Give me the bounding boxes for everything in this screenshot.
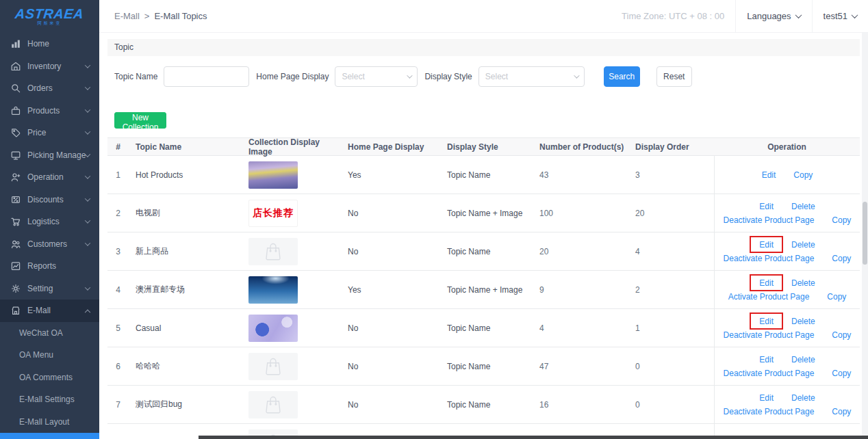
edit-link[interactable]: Edit: [762, 170, 776, 180]
delete-link[interactable]: Delete: [791, 355, 815, 364]
sidebar-subitem-e-mall-settings[interactable]: E-Mall Settings: [0, 388, 99, 411]
home-page-display-cell: Yes: [341, 156, 440, 194]
sidebar-subitem-active-partial[interactable]: [0, 433, 99, 439]
sidebar-item-discounts[interactable]: Discounts: [0, 189, 99, 211]
display-style-cell: Topic Name + Image: [440, 271, 533, 308]
edit-link[interactable]: Edit: [759, 278, 774, 288]
sidebar-item-operation[interactable]: Operation: [0, 166, 99, 189]
num-products-cell: 20: [533, 232, 628, 270]
copy-link[interactable]: Copy: [832, 369, 851, 378]
chevron-down-icon: [85, 240, 90, 245]
topic-name-input[interactable]: [164, 66, 249, 87]
user-menu[interactable]: test51: [812, 0, 868, 33]
copy-link[interactable]: Copy: [827, 292, 846, 302]
sidebar-item-inventory[interactable]: Inventory: [0, 55, 99, 78]
sidebar-item-logistics[interactable]: Logistics: [0, 211, 99, 233]
copy-link[interactable]: Copy: [832, 215, 851, 225]
home-page-display-cell: No: [341, 386, 440, 423]
topic-name-cell: 新上商品: [129, 232, 247, 270]
delete-link[interactable]: Delete: [791, 240, 815, 250]
deactivate-product-page-link[interactable]: Deactivate Product Page: [724, 215, 815, 225]
copy-link[interactable]: Copy: [832, 330, 851, 340]
table-row: 2电视剧店长推荐NoTopic Name + Image10020EditDel…: [107, 194, 860, 232]
warehouse-icon: [11, 62, 21, 71]
chevron-down-icon: [795, 12, 802, 18]
user-plus-icon: [11, 172, 21, 182]
delete-link[interactable]: Delete: [791, 393, 815, 403]
sidebar-item-customers[interactable]: Customers: [0, 233, 99, 256]
sidebar-item-reports[interactable]: Reports: [0, 255, 99, 278]
table-row: 3新上商品NoTopic Name204EditDeleteDeactivate…: [107, 232, 860, 271]
edit-link[interactable]: Edit: [759, 202, 774, 211]
sidebar-subitem-oa-menu[interactable]: OA Menu: [0, 344, 99, 367]
logo-text: ASTRAEA: [14, 7, 84, 21]
display-style-cell: Topic Name: [440, 309, 533, 347]
collection-image: 店长推荐: [248, 200, 298, 227]
num-products-cell: 43: [533, 156, 628, 194]
edit-link[interactable]: Edit: [759, 317, 774, 326]
vertical-scrollbar-thumb[interactable]: [863, 202, 867, 265]
breadcrumb-root[interactable]: E-Mall: [114, 11, 140, 21]
display-style-cell: Topic Name + Image: [440, 194, 533, 232]
languages-dropdown[interactable]: Languages: [735, 0, 811, 33]
chevron-down-icon: [85, 129, 90, 135]
sidebar-item-e-mall[interactable]: E-Mall: [0, 300, 99, 322]
home-page-display-cell: No: [341, 309, 440, 347]
breadcrumb-separator: >: [144, 11, 150, 21]
deactivate-product-page-link[interactable]: Deactivate Product Page: [724, 407, 815, 416]
row-index: 4: [107, 271, 129, 308]
display-order-cell: 2: [628, 271, 714, 308]
column-header-collection-display-image: Collection Display Image: [247, 138, 341, 155]
store-icon: [11, 306, 21, 315]
sidebar-subitem-e-mall-layout[interactable]: E-Mall Layout: [0, 411, 99, 434]
report-chart-icon: [11, 261, 21, 271]
topic-name-cell: Hot Products: [129, 156, 247, 194]
sidebar-nav: HomeInventoryOrdersProductsPricePicking …: [0, 33, 99, 433]
collection-image-cell: [247, 386, 341, 423]
sidebar-subitem-wechat-oa[interactable]: WeChat OA: [0, 322, 99, 345]
sidebar-item-price[interactable]: Price: [0, 122, 99, 144]
display-style-select[interactable]: Select: [478, 66, 585, 87]
sidebar-subitem-oa-comments[interactable]: OA Comments: [0, 367, 99, 389]
annotation-red-box: Edit: [759, 240, 774, 250]
sidebar-item-home[interactable]: Home: [0, 33, 99, 55]
table-row: 4澳洲直邮专场YesTopic Name + Image92EditDelete…: [107, 271, 860, 309]
edit-link[interactable]: Edit: [759, 393, 774, 403]
horizontal-scrollbar[interactable]: [199, 436, 868, 439]
new-collection-button[interactable]: New Collection: [114, 112, 166, 129]
edit-link[interactable]: Edit: [759, 240, 774, 250]
delete-link[interactable]: Delete: [791, 317, 815, 326]
edit-link[interactable]: Edit: [759, 355, 774, 364]
deactivate-product-page-link[interactable]: Deactivate Product Page: [724, 254, 815, 263]
sidebar-item-picking-manage[interactable]: Picking Manage: [0, 144, 99, 167]
activate-product-page-link[interactable]: Activate Product Page: [728, 292, 810, 302]
operation-cell: EditDeleteDeactivate Product PageCopy: [714, 232, 860, 270]
timezone-label: Time Zone: UTC + 08 : 00: [622, 11, 724, 21]
sidebar-item-label: Products: [27, 106, 60, 116]
chevron-down-icon: [407, 72, 413, 78]
briefcase-icon: [11, 106, 21, 116]
column-header-display-style: Display Style: [440, 138, 533, 155]
reset-button[interactable]: Reset: [656, 66, 692, 87]
sidebar-item-orders[interactable]: Orders: [0, 77, 99, 100]
copy-link[interactable]: Copy: [832, 254, 851, 263]
copy-link[interactable]: Copy: [832, 407, 851, 416]
vertical-scrollbar[interactable]: [862, 33, 868, 436]
search-button[interactable]: Search: [604, 66, 640, 87]
sidebar-item-label: Price: [27, 128, 46, 137]
deactivate-product-page-link[interactable]: Deactivate Product Page: [724, 330, 815, 340]
chevron-down-icon: [85, 196, 90, 201]
home-page-display-cell: No: [341, 347, 440, 385]
deactivate-product-page-link[interactable]: Deactivate Product Page: [724, 369, 815, 378]
discount-icon: [11, 195, 21, 204]
sidebar-item-setting[interactable]: Setting: [0, 278, 99, 300]
home-page-display-select[interactable]: Select: [335, 66, 418, 87]
copy-link[interactable]: Copy: [793, 170, 813, 180]
gear-icon: [11, 284, 21, 293]
delete-link[interactable]: Delete: [791, 202, 815, 211]
table-row: 6哈哈哈NoTopic Name470EditDeleteDeactivate …: [107, 347, 860, 386]
collection-image: [248, 315, 298, 342]
delete-link[interactable]: Delete: [791, 278, 815, 288]
table-row: 1Hot ProductsYesTopic Name433EditCopy: [107, 156, 860, 194]
sidebar-item-products[interactable]: Products: [0, 100, 99, 122]
